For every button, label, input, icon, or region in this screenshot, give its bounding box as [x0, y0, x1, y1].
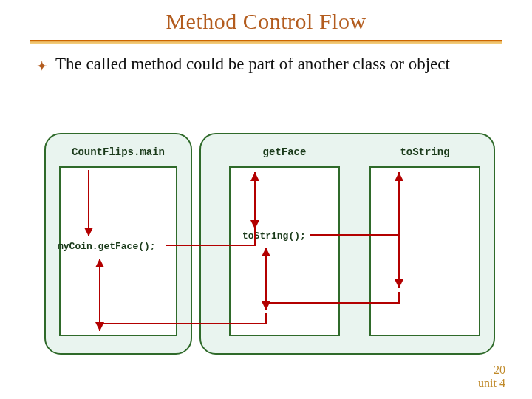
method-box-tostring — [369, 166, 480, 336]
bullet-text: The called method could be part of anoth… — [55, 55, 450, 74]
page-number: 20 — [478, 364, 505, 377]
method-box-main — [59, 166, 177, 336]
slide-footer: 20 unit 4 — [478, 364, 505, 390]
label-main: CountFlips.main — [59, 146, 177, 158]
unit-label: unit 4 — [478, 377, 505, 390]
label-getface: getFace — [229, 146, 340, 158]
body-text: ✦ The called method could be part of ano… — [0, 44, 532, 74]
label-tostring: toString — [369, 146, 480, 158]
method-box-getface — [229, 166, 340, 336]
call-getface: myCoin.getFace(); — [58, 241, 156, 252]
slide-title: Method Control Flow — [0, 0, 532, 34]
bullet-icon: ✦ — [37, 59, 47, 73]
bullet-item: ✦ The called method could be part of ano… — [37, 55, 495, 74]
panel-left — [44, 133, 192, 355]
call-tostring: toString(); — [242, 231, 306, 242]
panel-right — [200, 133, 495, 355]
